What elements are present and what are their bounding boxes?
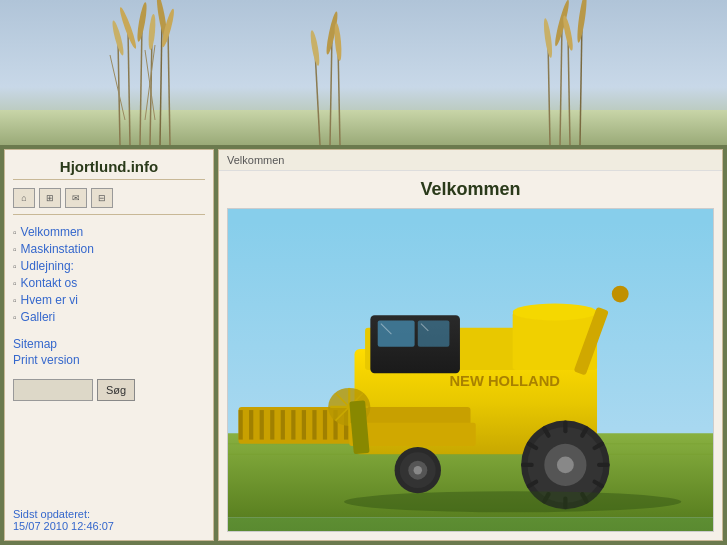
sidebar-title: Hjortlund.info [13, 158, 205, 180]
svg-rect-71 [597, 463, 610, 467]
print-icon[interactable]: ⊟ [91, 188, 113, 208]
svg-rect-40 [378, 320, 415, 346]
email-icon[interactable]: ✉ [65, 188, 87, 208]
content-area: Velkommen Velkommen [218, 149, 723, 541]
svg-point-67 [557, 456, 574, 473]
svg-rect-45 [239, 410, 243, 440]
print-version-link[interactable]: Print version [13, 353, 205, 367]
svg-point-85 [612, 286, 629, 303]
svg-point-83 [414, 466, 422, 474]
last-updated-date: 15/07 2010 12:46:07 [13, 520, 205, 532]
header-banner [0, 0, 727, 145]
last-updated-label: Sidst opdateret: [13, 508, 205, 520]
svg-rect-47 [260, 410, 264, 440]
nav-item-hvem[interactable]: Hvem er vi [13, 293, 205, 307]
nav-item-maskinstation[interactable]: Maskinstation [13, 242, 205, 256]
search-button[interactable]: Søg [97, 379, 135, 401]
sidebar-links: Sitemap Print version [13, 337, 205, 369]
nav-list: Velkommen Maskinstation Udlejning: Konta… [13, 225, 205, 327]
icon-row: ⌂ ⊞ ✉ ⊟ [13, 188, 205, 215]
svg-rect-50 [291, 410, 295, 440]
svg-point-87 [344, 491, 681, 512]
svg-rect-49 [281, 410, 285, 440]
svg-rect-48 [270, 410, 274, 440]
svg-rect-68 [563, 421, 567, 434]
svg-rect-53 [323, 410, 327, 440]
sidebar-footer: Sidst opdateret: 15/07 2010 12:46:07 [13, 508, 205, 532]
main-layout: Hjortlund.info ⌂ ⊞ ✉ ⊟ Velkommen Maskins… [0, 145, 727, 545]
network-icon[interactable]: ⊞ [39, 188, 61, 208]
harvester-illustration: NEW HOLLAND [228, 209, 713, 531]
nav-item-kontakt[interactable]: Kontakt os [13, 276, 205, 290]
nav-item-galleri[interactable]: Galleri [13, 310, 205, 324]
search-input[interactable] [13, 379, 93, 401]
reed-svg [0, 0, 727, 145]
sitemap-link[interactable]: Sitemap [13, 337, 205, 351]
content-image: NEW HOLLAND [227, 208, 714, 532]
svg-rect-52 [312, 410, 316, 440]
search-row: Søg [13, 379, 205, 401]
nav-item-udlejning[interactable]: Udlejning: [13, 259, 205, 273]
svg-text:NEW HOLLAND: NEW HOLLAND [449, 373, 560, 389]
sidebar: Hjortlund.info ⌂ ⊞ ✉ ⊟ Velkommen Maskins… [4, 149, 214, 541]
svg-rect-41 [418, 320, 450, 346]
page-title: Velkommen [219, 171, 722, 208]
svg-rect-46 [249, 410, 253, 440]
svg-rect-1 [0, 110, 727, 145]
breadcrumb: Velkommen [219, 150, 722, 171]
svg-rect-77 [521, 463, 534, 467]
home-icon[interactable]: ⌂ [13, 188, 35, 208]
svg-rect-51 [302, 410, 306, 440]
svg-point-38 [513, 304, 597, 321]
nav-item-velkommen[interactable]: Velkommen [13, 225, 205, 239]
